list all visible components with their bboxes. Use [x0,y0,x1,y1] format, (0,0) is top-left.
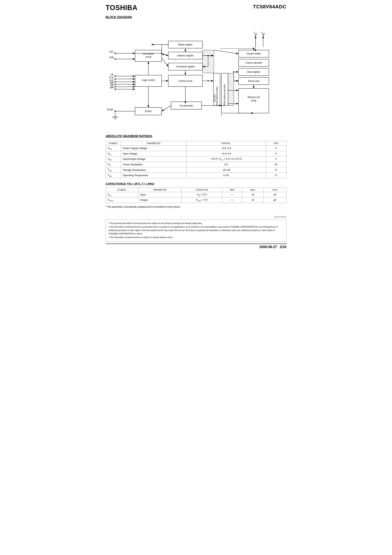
condition-cell: VIN = 0 V [181,192,222,197]
table-row: VCC Power Supply Voltage −0.6~4.6 V [106,146,286,151]
page-header: TOSHIBA TC58V64ADC [106,4,286,12]
page-date: 2000-08-27 [259,245,277,249]
symbol-cell: CIN [106,192,138,197]
svg-text:Command register: Command register [176,65,195,68]
disclaimer-1: • The products described in this documen… [109,222,284,225]
col-parameter: PARAMETER [121,141,186,146]
symbol-cell: VIN [106,151,121,156]
cap-col-unit: UNIT [264,188,286,192]
svg-text:Address register: Address register [177,54,194,57]
max-cell: 10 [242,192,264,197]
svg-text:decoder: decoder [213,94,216,102]
unit-cell: V [266,151,286,156]
table-row: PD Power Dissipation 0.3 W [106,162,286,167]
capacitance-table: SYMBOL PARAMETER CONDITION MIN MAX UNIT … [106,188,286,203]
parameter-cell: Input [138,192,181,197]
disclaimer-2: • The information contained herein is pr… [109,225,284,235]
svg-text:Data register: Data register [247,71,260,73]
svg-text:RY/BY: RY/BY [145,110,152,113]
symbol-cell: Tstg [106,167,121,173]
cap-col-min: MIN [222,188,242,192]
cap-col-max: MAX [242,188,264,192]
parameter-cell: Operating Temperature [121,173,186,178]
rating-cell: 0.3 [186,162,266,167]
svg-text:Column decoder: Column decoder [245,61,262,64]
footer-disclaimer: • The products described in this documen… [106,220,286,242]
company-logo: TOSHIBA [106,4,138,12]
svg-point-72 [208,80,209,81]
col-symbol: SYMBOL [106,141,121,146]
unit-cell: pF [264,192,286,197]
ratings-section: ABSOLUTE MAXIMUM RATINGS SYMBOL PARAMETE… [106,135,286,178]
table-row: Tstg Storage Temperature −20~65 °C [106,167,286,173]
doc-number: 000707EBA2 [106,216,286,218]
svg-text:array: array [251,99,256,102]
unit-cell: °C [266,173,286,178]
svg-text:RE: RE [110,84,114,87]
svg-text:Control circuit: Control circuit [178,80,192,82]
ratings-title: ABSOLUTE MAXIMUM RATINGS [106,135,286,138]
unit-cell: °C [266,167,286,173]
svg-line-84 [214,50,239,54]
part-number: TC58V64ADC [253,4,286,10]
svg-text:HV generator: HV generator [180,104,193,107]
svg-text:ALE: ALE [109,79,114,82]
svg-rect-70 [228,73,234,106]
symbol-cell: VI/O [106,156,121,162]
svg-text:Memory cell: Memory cell [247,96,260,99]
svg-text:I/O1: I/O1 [109,51,114,53]
parameter-cell: Input/Output Voltage [121,156,186,162]
svg-text:Sense amp: Sense amp [248,80,259,82]
svg-text:·: · [114,54,115,57]
min-cell: — [222,197,242,203]
svg-text:circuit: circuit [145,56,152,58]
block-diagram-title: BLOCK DIAGRAM [106,15,286,19]
block-diagram-section: BLOCK DIAGRAM VCC VSS [106,15,286,129]
col-rating: RATING [186,141,266,146]
svg-text:I/O8: I/O8 [109,56,114,59]
svg-text:CE: CE [110,73,114,76]
svg-text:RY/BY: RY/BY [107,108,114,111]
svg-text:Column buffer: Column buffer [247,52,261,55]
svg-text:I/O control: I/O control [143,53,153,55]
svg-line-25 [162,58,168,67]
svg-text:ROW address buffer: ROW address buffer [216,87,218,106]
max-cell: 10 [242,197,264,203]
ratings-table: SYMBOL PARAMETER RATING UNIT VCC Power S… [106,141,286,178]
rating-cell: −0.6~4.6 [186,151,266,156]
svg-line-24 [162,54,168,56]
symbol-cell: PD [106,162,121,167]
cap-col-parameter: PARAMETER [138,188,181,192]
svg-text:WP: WP [110,86,113,89]
capacitance-note: * This parameter is periodically sampled… [106,205,286,208]
unit-cell: V [266,146,286,151]
page-footer: 2000-08-27 2/33 [106,243,286,249]
block-diagram-svg: VCC VSS Status register Address register… [106,22,288,128]
table-row: CIN Input VIN = 0 V — 10 pF [106,192,286,197]
parameter-cell: Storage Temperature [121,167,186,173]
capacitance-section: CAPACITANCE *(Ta = 25°C, f = 1 MHz) SYMB… [106,182,286,208]
table-row: VI/O Input/Output Voltage −0.6 V~VCC + 0… [106,156,286,162]
svg-text:CLE: CLE [109,76,113,79]
min-cell: — [222,192,242,197]
parameter-cell: Input Voltage [121,151,186,156]
disclaimer-3: • The information contained herein is su… [109,236,284,239]
symbol-cell: Topr [106,173,121,178]
symbol-cell: COUT [106,197,138,203]
cap-col-condition: CONDITION [181,188,222,192]
rating-cell: −20~65 [186,167,266,173]
cap-col-symbol: SYMBOL [106,188,138,192]
parameter-cell: Power Supply Voltage [121,146,186,151]
rating-cell: 0~55 [186,173,266,178]
table-row: COUT Output VOUT = 0 V — 10 pF [106,197,286,203]
parameter-cell: Power Dissipation [121,162,186,167]
table-row: VIN Input Voltage −0.6~4.6 V [106,151,286,156]
unit-cell: W [266,162,286,167]
unit-cell: V [266,156,286,162]
table-row: Topr Operating Temperature 0~55 °C [106,173,286,178]
svg-text:WE: WE [110,81,113,84]
unit-cell: pF [264,197,286,203]
svg-text:Logic control: Logic control [142,79,155,81]
condition-cell: VOUT = 0 V [181,197,222,203]
page-number: 2/33 [280,245,286,249]
